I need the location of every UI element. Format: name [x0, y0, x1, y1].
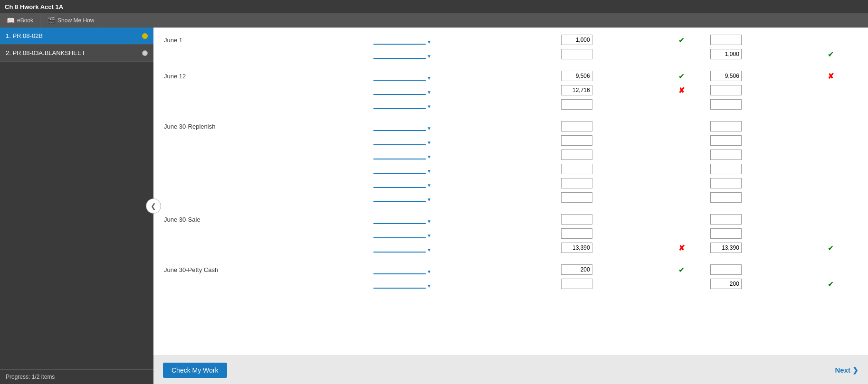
- credit-input[interactable]: [710, 264, 742, 275]
- credit-input[interactable]: [710, 85, 742, 95]
- sidebar-item-2[interactable]: 2. PR.08-03A.BLANKSHEET: [0, 45, 153, 62]
- credit-input[interactable]: [710, 121, 742, 131]
- date-label: June 12: [164, 69, 371, 83]
- collapse-button[interactable]: ❮: [146, 198, 161, 214]
- sidebar: 1. PR.08-02B 2. PR.08-03A.BLANKSHEET ❮ P…: [0, 28, 153, 384]
- account-dropdown[interactable]: ▼: [372, 191, 559, 204]
- dropdown-arrow-icon[interactable]: ▼: [427, 104, 431, 109]
- main-layout: 1. PR.08-02B 2. PR.08-03A.BLANKSHEET ❮ P…: [0, 28, 868, 384]
- credit-input[interactable]: [710, 243, 742, 253]
- table-row: June 30-Replenish▼: [164, 120, 858, 133]
- sidebar-item-1[interactable]: 1. PR.08-02B: [0, 28, 153, 45]
- debit-input[interactable]: [561, 279, 592, 289]
- debit-input[interactable]: [561, 49, 592, 59]
- account-dropdown[interactable]: ▼: [372, 177, 559, 190]
- tab-show-me-how-label: Show Me How: [57, 17, 94, 24]
- account-dropdown[interactable]: ▼: [372, 148, 559, 161]
- credit-input[interactable]: [710, 279, 742, 289]
- section-gap: [164, 205, 858, 212]
- table-row: ▼: [164, 177, 858, 190]
- account-dropdown[interactable]: ▼: [372, 33, 559, 47]
- dropdown-arrow-icon[interactable]: ▼: [427, 169, 431, 174]
- table-row: June 12▼✔✘: [164, 69, 858, 83]
- debit-input[interactable]: [561, 150, 592, 160]
- debit-input[interactable]: [561, 192, 592, 203]
- dropdown-arrow-icon[interactable]: ▼: [427, 90, 431, 95]
- dropdown-arrow-icon[interactable]: ▼: [427, 233, 431, 238]
- dropdown-arrow-icon[interactable]: ▼: [427, 247, 431, 253]
- account-dropdown[interactable]: ▼: [372, 47, 559, 61]
- dropdown-arrow-icon[interactable]: ▼: [427, 126, 431, 131]
- debit-input[interactable]: [561, 264, 592, 275]
- debit-input[interactable]: [561, 164, 592, 174]
- debit-input[interactable]: [561, 35, 592, 45]
- dropdown-arrow-icon[interactable]: ▼: [427, 197, 431, 202]
- tab-bar: 📖 eBook 🎬 Show Me How: [0, 13, 868, 28]
- credit-input[interactable]: [710, 150, 742, 160]
- account-dropdown[interactable]: ▼: [372, 69, 559, 83]
- debit-input[interactable]: [561, 71, 592, 81]
- dropdown-arrow-icon[interactable]: ▼: [427, 154, 431, 159]
- next-button[interactable]: Next ❯: [835, 366, 858, 375]
- journal-table: June 1▼✔▼✔June 12▼✔✘▼✘▼June 30-Replenish…: [163, 32, 858, 291]
- debit-input[interactable]: [561, 121, 592, 131]
- dropdown-arrow-icon[interactable]: ▼: [427, 269, 431, 274]
- wrong-icon: ✘: [828, 72, 834, 80]
- credit-input[interactable]: [710, 135, 742, 146]
- check-my-work-button[interactable]: Check My Work: [163, 363, 227, 378]
- credit-input[interactable]: [710, 49, 742, 59]
- wrong-icon: ✘: [678, 244, 685, 252]
- account-dropdown[interactable]: ▼: [372, 263, 559, 276]
- correct-icon: ✔: [678, 36, 685, 44]
- dropdown-arrow-icon[interactable]: ▼: [427, 283, 431, 289]
- dropdown-arrow-icon[interactable]: ▼: [427, 54, 431, 59]
- debit-input[interactable]: [561, 228, 592, 239]
- tab-show-me-how[interactable]: 🎬 Show Me How: [40, 13, 101, 28]
- table-row: ▼: [164, 191, 858, 204]
- date-label: June 30-Petty Cash: [164, 263, 371, 276]
- account-dropdown[interactable]: ▼: [372, 241, 559, 254]
- ebook-icon: 📖: [7, 17, 15, 24]
- account-dropdown[interactable]: ▼: [372, 134, 559, 147]
- dropdown-arrow-icon[interactable]: ▼: [427, 140, 431, 145]
- debit-input[interactable]: [561, 135, 592, 146]
- dropdown-arrow-icon[interactable]: ▼: [427, 75, 431, 81]
- account-dropdown[interactable]: ▼: [372, 277, 559, 290]
- dropdown-arrow-icon[interactable]: ▼: [427, 39, 431, 45]
- account-dropdown[interactable]: ▼: [372, 213, 559, 226]
- table-row: ▼✔: [164, 47, 858, 61]
- account-dropdown[interactable]: ▼: [372, 227, 559, 240]
- table-row: June 1▼✔: [164, 33, 858, 47]
- table-row: June 30-Sale▼: [164, 213, 858, 226]
- credit-input[interactable]: [710, 178, 742, 188]
- debit-input[interactable]: [561, 214, 592, 225]
- account-dropdown[interactable]: ▼: [372, 98, 559, 111]
- tab-ebook[interactable]: 📖 eBook: [0, 13, 40, 28]
- sidebar-item-1-dot: [142, 33, 148, 39]
- credit-input[interactable]: [710, 164, 742, 174]
- credit-input[interactable]: [710, 192, 742, 203]
- credit-input[interactable]: [710, 71, 742, 81]
- table-row: ▼: [164, 227, 858, 240]
- credit-input[interactable]: [710, 228, 742, 239]
- debit-input[interactable]: [561, 99, 592, 110]
- credit-input[interactable]: [710, 214, 742, 225]
- credit-input[interactable]: [710, 99, 742, 110]
- account-dropdown[interactable]: ▼: [372, 120, 559, 133]
- scrollable-content[interactable]: June 1▼✔▼✔June 12▼✔✘▼✘▼June 30-Replenish…: [153, 28, 868, 356]
- sidebar-item-2-label: 2. PR.08-03A.BLANKSHEET: [6, 49, 86, 56]
- account-dropdown[interactable]: ▼: [372, 162, 559, 176]
- credit-input[interactable]: [710, 35, 742, 45]
- section-gap: [164, 255, 858, 262]
- dropdown-arrow-icon[interactable]: ▼: [427, 219, 431, 224]
- sidebar-item-1-label: 1. PR.08-02B: [6, 32, 43, 39]
- tab-ebook-label: eBook: [17, 17, 33, 24]
- debit-input[interactable]: [561, 243, 592, 253]
- debit-input[interactable]: [561, 178, 592, 188]
- video-icon: 🎬: [47, 17, 55, 24]
- account-dropdown[interactable]: ▼: [372, 84, 559, 97]
- debit-input[interactable]: [561, 85, 592, 95]
- correct-icon: ✔: [828, 50, 834, 58]
- date-label: June 1: [164, 33, 371, 47]
- dropdown-arrow-icon[interactable]: ▼: [427, 183, 431, 188]
